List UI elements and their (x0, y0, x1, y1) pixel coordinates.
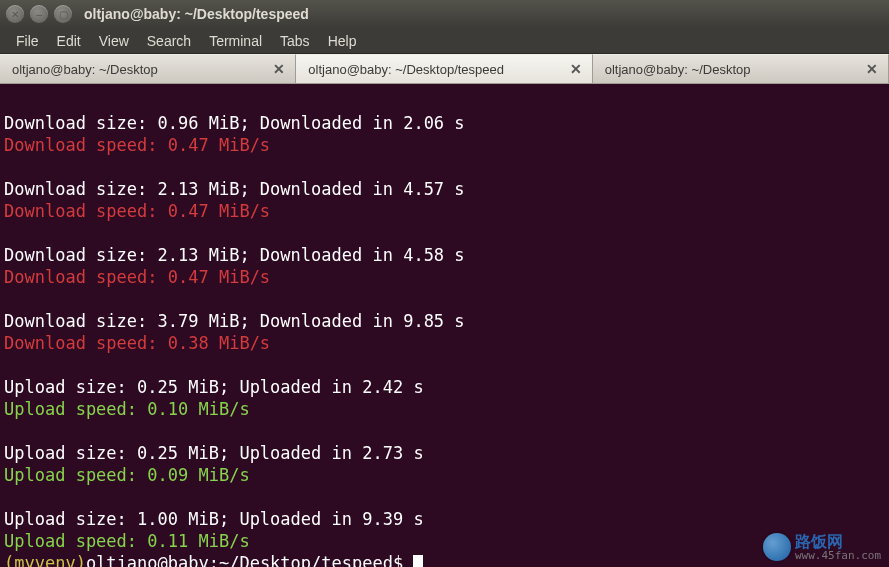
close-icon[interactable]: ✕ (271, 61, 287, 77)
tab-2[interactable]: oltjano@baby: ~/Desktop/tespeed ✕ (296, 54, 592, 83)
watermark-cn: 路饭网 (795, 534, 881, 550)
window-maximize-button[interactable]: ▢ (54, 5, 72, 23)
menu-tabs[interactable]: Tabs (272, 30, 318, 52)
tab-3[interactable]: oltjano@baby: ~/Desktop ✕ (593, 54, 889, 83)
window-minimize-button[interactable]: – (30, 5, 48, 23)
menu-help[interactable]: Help (320, 30, 365, 52)
menu-view[interactable]: View (91, 30, 137, 52)
menu-search[interactable]: Search (139, 30, 199, 52)
close-icon[interactable]: ✕ (864, 61, 880, 77)
window-title: oltjano@baby: ~/Desktop/tespeed (84, 6, 309, 22)
tab-label: oltjano@baby: ~/Desktop/tespeed (308, 62, 504, 77)
menu-file[interactable]: File (8, 30, 47, 52)
tab-label: oltjano@baby: ~/Desktop (12, 62, 158, 77)
menu-terminal[interactable]: Terminal (201, 30, 270, 52)
terminal-cursor (413, 555, 423, 567)
menubar: File Edit View Search Terminal Tabs Help (0, 28, 889, 54)
terminal-output[interactable]: Download size: 0.96 MiB; Downloaded in 2… (0, 84, 889, 567)
menu-edit[interactable]: Edit (49, 30, 89, 52)
watermark-icon (763, 533, 791, 561)
window-close-button[interactable]: ✕ (6, 5, 24, 23)
tab-label: oltjano@baby: ~/Desktop (605, 62, 751, 77)
watermark: 路饭网 www.45fan.com (763, 533, 881, 561)
window-titlebar: ✕ – ▢ oltjano@baby: ~/Desktop/tespeed (0, 0, 889, 28)
close-icon[interactable]: ✕ (568, 61, 584, 77)
watermark-domain: www.45fan.com (795, 550, 881, 561)
tabbar: oltjano@baby: ~/Desktop ✕ oltjano@baby: … (0, 54, 889, 84)
tab-1[interactable]: oltjano@baby: ~/Desktop ✕ (0, 54, 296, 83)
